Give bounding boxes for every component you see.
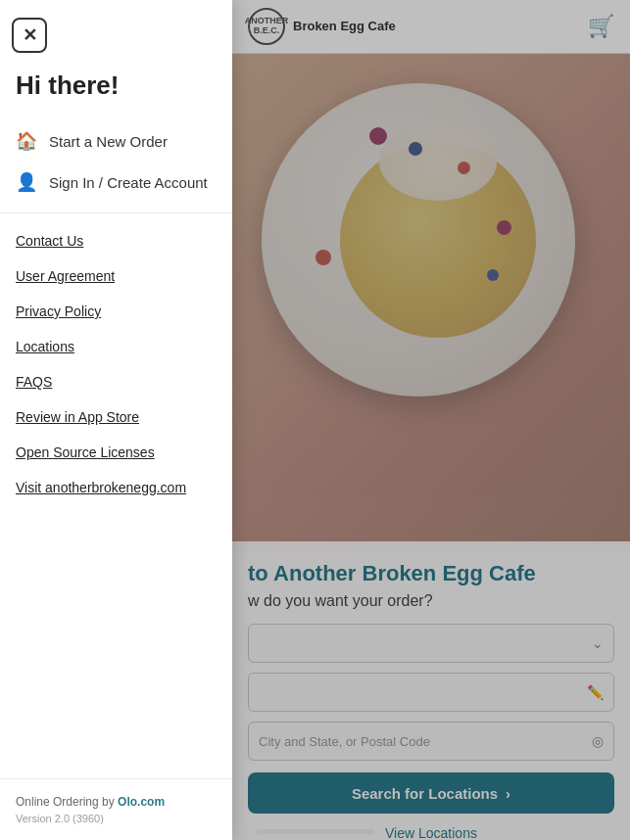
faqs-link[interactable]: FAQS	[0, 364, 232, 399]
drawer-greeting: Hi there!	[16, 70, 232, 101]
drawer-footer: Online Ordering by Olo.com Version 2.0 (…	[0, 778, 232, 840]
close-drawer-button[interactable]: ✕	[12, 18, 47, 53]
locations-link[interactable]: Locations	[0, 329, 232, 364]
contact-us-link[interactable]: Contact Us	[0, 223, 232, 258]
olo-link[interactable]: Olo.com	[118, 795, 165, 809]
visit-website-link[interactable]: Visit anotherbrokenegg.com	[0, 470, 232, 505]
online-ordering-text: Online Ordering by Olo.com	[16, 795, 217, 809]
version-text: Version 2.0 (3960)	[16, 813, 217, 824]
navigation-drawer: ✕ Hi there! 🏠 Start a New Order 👤 Sign I…	[0, 0, 232, 840]
review-app-store-link[interactable]: Review in App Store	[0, 399, 232, 435]
home-icon: 🏠	[16, 130, 37, 152]
user-agreement-link[interactable]: User Agreement	[0, 258, 232, 294]
online-ordering-prefix: Online Ordering by	[16, 795, 118, 809]
sign-in-nav-item[interactable]: 👤 Sign In / Create Account	[0, 162, 232, 203]
open-source-licenses-link[interactable]: Open Source Licenses	[0, 435, 232, 470]
sign-in-label: Sign In / Create Account	[49, 174, 208, 191]
start-new-order-nav-item[interactable]: 🏠 Start a New Order	[0, 120, 232, 162]
start-new-order-label: Start a New Order	[49, 133, 168, 150]
privacy-policy-link[interactable]: Privacy Policy	[0, 294, 232, 329]
person-icon: 👤	[16, 171, 37, 193]
drawer-divider-1	[0, 212, 232, 213]
background-dim-overlay	[232, 0, 630, 840]
